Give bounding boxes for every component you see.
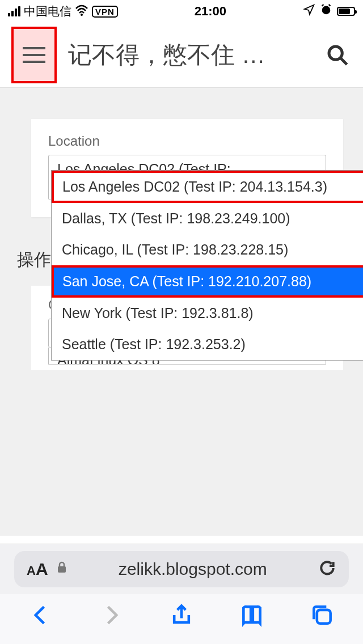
reload-button[interactable]	[318, 559, 336, 579]
vpn-badge: VPN	[92, 6, 118, 18]
status-time: 21:00	[195, 4, 226, 19]
lock-icon	[56, 561, 67, 577]
battery-icon	[337, 7, 355, 16]
location-label: Location	[48, 133, 326, 149]
url-text: zelikk.blogspot.com	[75, 560, 310, 579]
article-content: Location Los Angeles DC02 (Test IP: 204.…	[0, 88, 363, 536]
text-size-button[interactable]: AA	[27, 560, 48, 579]
location-card: Location Los Angeles DC02 (Test IP: 204.…	[31, 119, 343, 217]
location-option[interactable]: Seattle (Test IP: 192.3.253.2)	[52, 329, 363, 360]
location-option[interactable]: Los Angeles DC02 (Test IP: 204.13.154.3)	[52, 171, 363, 203]
location-option-selected[interactable]: San Jose, CA (Test IP: 192.210.207.88)	[52, 265, 363, 298]
svg-point-1	[322, 6, 331, 15]
wifi-icon	[75, 5, 88, 19]
book-icon	[239, 603, 264, 628]
signal-icon	[8, 6, 20, 16]
location-option[interactable]: New York (Test IP: 192.3.81.8)	[52, 298, 363, 329]
svg-rect-4	[58, 566, 66, 573]
svg-line-3	[340, 58, 347, 65]
bookmarks-button[interactable]	[239, 603, 264, 630]
alarm-icon	[320, 3, 332, 19]
tabs-button[interactable]	[310, 603, 335, 630]
chevron-left-icon	[28, 603, 53, 628]
location-option[interactable]: Chicago, IL (Test IP: 198.23.228.15)	[52, 234, 363, 265]
reload-icon	[318, 559, 336, 577]
share-button[interactable]	[169, 603, 194, 630]
blog-header: 记不得，憋不住 …	[0, 23, 363, 88]
ios-status-bar: 中国电信 VPN 21:00	[0, 0, 363, 23]
location-dropdown: Los Angeles DC02 (Test IP: 204.13.154.3)…	[51, 170, 363, 361]
hamburger-menu-button[interactable]	[11, 27, 57, 83]
chevron-right-icon	[99, 603, 124, 628]
location-option[interactable]: Dallas, TX (Test IP: 198.23.249.100)	[52, 203, 363, 234]
tabs-icon	[310, 603, 335, 628]
carrier-name: 中国电信	[24, 3, 71, 19]
search-icon	[326, 44, 349, 66]
url-pill[interactable]: AA zelikk.blogspot.com	[14, 551, 349, 587]
safari-address-bar: AA zelikk.blogspot.com	[0, 544, 363, 594]
back-button[interactable]	[28, 603, 53, 630]
location-arrow-icon	[303, 3, 315, 19]
forward-button	[99, 603, 124, 630]
share-icon	[169, 603, 194, 628]
safari-bottom-toolbar	[0, 594, 363, 644]
hamburger-icon	[23, 47, 45, 63]
page-title: 记不得，憋不住 …	[68, 39, 312, 71]
search-button[interactable]	[323, 41, 352, 69]
svg-rect-5	[317, 610, 331, 624]
svg-point-2	[329, 46, 342, 60]
svg-point-0	[81, 14, 83, 16]
